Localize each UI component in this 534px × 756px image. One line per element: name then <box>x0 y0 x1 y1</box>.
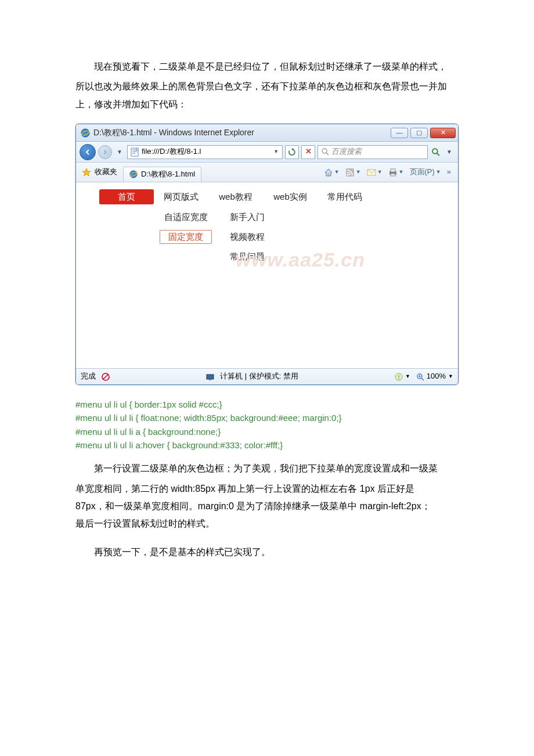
code-line: #menu ul li ul li a:hover { background:#… <box>75 438 459 452</box>
ie-logo-icon <box>129 170 138 178</box>
paragraph-3: 再预览一下，是不是基本的样式已实现了。 <box>75 543 459 561</box>
svg-rect-2 <box>131 148 138 156</box>
home-icon[interactable]: ▼ <box>323 167 341 177</box>
page-icon <box>130 147 139 157</box>
code-line: #menu ul li ul li a { background:none;} <box>75 425 459 438</box>
svg-rect-16 <box>209 379 211 380</box>
zone-warning-icon: ▼ <box>395 372 410 381</box>
watermark-text: www.aa25.cn <box>236 241 365 279</box>
feeds-icon[interactable]: ▼ <box>344 167 362 177</box>
svg-point-4 <box>432 149 438 154</box>
paragraph-2-line-3: 87px，和一级菜单宽度相同。margin:0 是为了清除掉继承一级菜单中 ma… <box>75 498 459 515</box>
svg-rect-15 <box>207 375 214 379</box>
paragraph-2-line-1: 第一行设置二级菜单的灰色边框；为了美观，我们把下拉菜单的宽度设置成和一级菜 <box>75 460 459 477</box>
zoom-control[interactable]: 100% ▼ <box>416 369 453 384</box>
page-content: 首页 网页版式 web教程 web实例 常用代码 自适应宽度 固定宽度 新手入门… <box>76 182 458 368</box>
favorites-bar: 收藏夹 D:\教程\8-1.html ▼ ▼ <box>76 163 458 182</box>
code-block: #menu ul li ul { border:1px solid #ccc;}… <box>75 398 459 452</box>
address-dropdown-icon[interactable]: ▼ <box>272 147 280 157</box>
mail-icon[interactable]: ▼ <box>366 167 384 177</box>
search-dropdown-icon[interactable]: ▼ <box>444 146 454 157</box>
paragraph-2-line-4: 最后一行设置鼠标划过时的样式。 <box>75 515 459 532</box>
code-line: #menu ul li ul { border:1px solid #ccc;} <box>75 398 459 411</box>
refresh-button[interactable] <box>285 145 299 159</box>
ie-window: D:\教程\8-1.html - Windows Internet Explor… <box>75 124 459 385</box>
tab-current[interactable]: D:\教程\8-1.html <box>123 167 201 182</box>
forward-button[interactable] <box>98 145 112 159</box>
status-bar: 完成 计算机 | 保护模式: 禁用 ▼ 100% ▼ <box>76 368 458 384</box>
window-title: D:\教程\8-1.html - Windows Internet Explor… <box>93 125 391 141</box>
svg-rect-13 <box>391 174 395 176</box>
address-text: file:///D:/教程/8-1.l <box>142 145 270 159</box>
favorites-label: 收藏夹 <box>95 165 117 179</box>
svg-point-3 <box>322 149 327 153</box>
close-button[interactable]: ✕ <box>430 128 456 138</box>
menu-item-home[interactable]: 首页 <box>99 189 154 204</box>
menu-item-layout[interactable]: 网页版式 <box>154 189 208 204</box>
zone-icon <box>206 373 214 381</box>
menu-level-1: 首页 网页版式 web教程 web实例 常用代码 <box>76 182 458 204</box>
status-done: 完成 <box>81 369 96 384</box>
paragraph-1-line-3: 上，修改并增加如下代码： <box>75 96 459 113</box>
zone-label: 计算机 | 保护模式: 禁用 <box>220 369 298 384</box>
menu-item-example[interactable]: web实例 <box>263 189 317 204</box>
menu-item-tutorial[interactable]: web教程 <box>208 189 263 204</box>
svg-point-9 <box>347 174 348 175</box>
menu-item-code[interactable]: 常用代码 <box>317 189 372 204</box>
submenu-a: 自适应宽度 固定宽度 <box>160 210 212 244</box>
search-input[interactable]: 百度搜索 <box>317 145 428 159</box>
svg-rect-12 <box>391 169 395 172</box>
ie-logo-icon <box>81 128 90 138</box>
search-icon <box>322 148 329 156</box>
tab-label: D:\教程\8-1.html <box>141 167 195 182</box>
submenu-item[interactable]: 新手入门 <box>221 210 273 224</box>
submenu-item[interactable]: 自适应宽度 <box>160 210 212 224</box>
address-input[interactable]: file:///D:/教程/8-1.l ▼ <box>127 145 283 159</box>
blocked-icon <box>102 373 110 381</box>
code-line: #menu ul li ul li { float:none; width:85… <box>75 411 459 424</box>
window-controls: — ▢ ✕ <box>391 128 456 138</box>
nav-dropdown-icon[interactable]: ▼ <box>114 146 125 157</box>
search-placeholder: 百度搜索 <box>331 145 362 159</box>
titlebar: D:\教程\8-1.html - Windows Internet Explor… <box>76 124 458 142</box>
svg-point-0 <box>81 129 89 137</box>
svg-rect-7 <box>328 174 329 176</box>
zoom-value: 100% <box>427 369 446 384</box>
favorites-button[interactable]: 收藏夹 <box>82 165 117 179</box>
svg-point-18 <box>398 378 399 379</box>
address-bar: ▼ file:///D:/教程/8-1.l ▼ ✕ 百度搜索 ▼ <box>76 142 458 163</box>
paragraph-2-line-2: 单宽度相同，第二行的 width:85px 再加上第一行上设置的边框左右各 1p… <box>75 480 459 498</box>
paragraph-1-line-2: 所以也改为最终效果上的黑色背景白色文字，还有下拉菜单的灰色边框和灰色背景也一并加 <box>75 78 459 95</box>
minimize-button[interactable]: — <box>391 128 408 138</box>
paragraph-1-line-1: 现在预览看下，二级菜单是不是已经归位了，但鼠标划过时还继承了一级菜单的样式， <box>75 58 459 75</box>
submenu-item-highlight[interactable]: 固定宽度 <box>160 230 212 244</box>
more-tools-icon[interactable]: » <box>446 165 452 179</box>
star-icon <box>82 168 91 177</box>
maximize-button[interactable]: ▢ <box>410 128 428 138</box>
page-menu-button[interactable]: 页面(P) ▼ <box>409 165 442 179</box>
back-button[interactable] <box>80 144 96 160</box>
svg-point-5 <box>130 171 137 178</box>
print-icon[interactable]: ▼ <box>387 167 405 177</box>
search-go-icon[interactable] <box>430 145 442 159</box>
stop-button[interactable]: ✕ <box>301 145 315 159</box>
toolbar-icons: ▼ ▼ ▼ ▼ 页面(P) ▼ » <box>323 165 452 179</box>
